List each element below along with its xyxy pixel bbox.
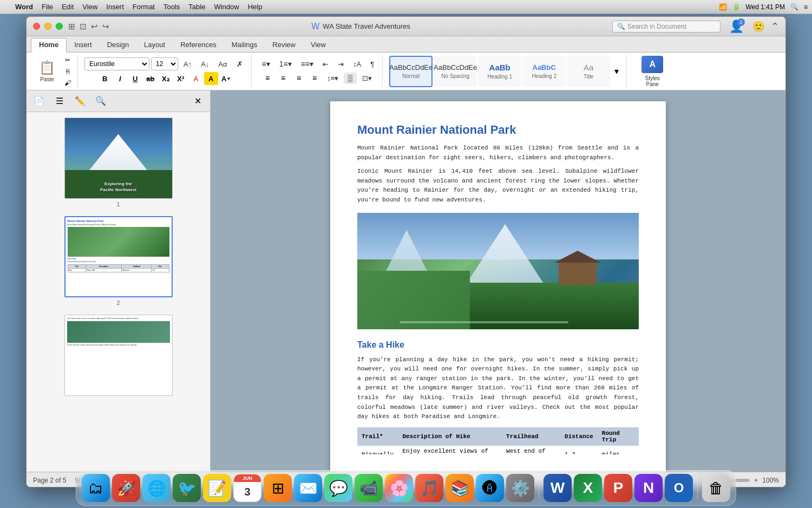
maximize-button[interactable] bbox=[56, 23, 63, 30]
font-color-button[interactable]: A▼ bbox=[219, 72, 233, 85]
borders-button[interactable]: ⊡▾ bbox=[358, 73, 376, 84]
view-menu[interactable]: View bbox=[82, 3, 97, 11]
document-area[interactable]: Mount Rainier National Park Mount Rainie… bbox=[211, 90, 785, 472]
tab-design[interactable]: Design bbox=[100, 38, 136, 52]
increase-indent-button[interactable]: ⇥ bbox=[334, 58, 348, 70]
app-name-menu[interactable]: Word bbox=[15, 3, 33, 11]
dock-powerpoint[interactable]: P bbox=[604, 474, 632, 502]
superscript-button[interactable]: X² bbox=[174, 72, 188, 85]
insert-menu[interactable]: Insert bbox=[106, 3, 124, 11]
strikethrough-button[interactable]: ab bbox=[143, 72, 158, 85]
font-size-selector[interactable]: 12 bbox=[151, 57, 178, 70]
sidebar-new-doc-button[interactable]: 📄 bbox=[31, 94, 47, 109]
sidebar-edit-button[interactable]: ✏️ bbox=[72, 94, 88, 109]
style-heading1-button[interactable]: AaBb Heading 1 bbox=[478, 56, 521, 87]
align-left-button[interactable]: ≡ bbox=[260, 71, 274, 84]
dock-appstore[interactable]: 🅐 bbox=[476, 474, 504, 502]
bullets-button[interactable]: ≡▾ bbox=[258, 58, 274, 70]
tab-mailings[interactable]: Mailings bbox=[224, 38, 265, 52]
cut-button[interactable]: ✂ bbox=[61, 55, 74, 65]
tools-menu[interactable]: Tools bbox=[163, 3, 180, 11]
search-in-document-box[interactable]: 🔍 Search in Document bbox=[612, 21, 721, 32]
dock-onenote[interactable]: N bbox=[634, 474, 663, 502]
dock-photos[interactable]: 🌸 bbox=[385, 474, 413, 502]
redo-icon[interactable]: ↪ bbox=[102, 22, 109, 31]
undo-icon[interactable]: ↩ bbox=[91, 22, 98, 31]
font-family-selector[interactable]: Eurostile bbox=[84, 57, 149, 70]
line-spacing-button[interactable]: ↕≡▾ bbox=[323, 73, 342, 84]
styles-pane-button[interactable]: A StylesPane bbox=[633, 55, 671, 88]
decrease-font-button[interactable]: A↓ bbox=[197, 58, 213, 70]
sidebar-toggle-icon[interactable]: ⊞ bbox=[68, 22, 75, 31]
format-menu[interactable]: Format bbox=[133, 3, 155, 11]
user-profile[interactable]: 👤 2 bbox=[729, 19, 744, 34]
bold-button[interactable]: B bbox=[98, 72, 112, 85]
style-heading2-button[interactable]: AaBbC Heading 2 bbox=[522, 56, 566, 87]
multilevel-list-button[interactable]: ≡≡▾ bbox=[297, 58, 317, 70]
underline-button[interactable]: U bbox=[128, 72, 142, 85]
search-icon[interactable]: 🔍 bbox=[790, 3, 798, 11]
dock-music[interactable]: 🎵 bbox=[415, 474, 443, 502]
shading-button[interactable]: ▒ bbox=[344, 73, 356, 84]
decrease-indent-button[interactable]: ⇤ bbox=[319, 58, 332, 70]
show-hide-button[interactable]: ¶ bbox=[366, 58, 378, 70]
more-styles-button[interactable]: ▾ bbox=[611, 56, 622, 87]
increase-font-button[interactable]: A↑ bbox=[180, 58, 195, 70]
align-center-button[interactable]: ≡ bbox=[276, 71, 290, 84]
tab-layout[interactable]: Layout bbox=[136, 38, 173, 52]
sidebar-close-button[interactable]: ✕ bbox=[189, 94, 206, 109]
dock-finder[interactable]: 🗂 bbox=[82, 474, 110, 502]
text-color-button[interactable]: A bbox=[189, 72, 203, 85]
justify-button[interactable]: ≡ bbox=[307, 71, 322, 84]
dock-word[interactable]: W bbox=[543, 474, 572, 502]
sidebar-search-button[interactable]: 🔍 bbox=[93, 94, 109, 109]
layout-icon[interactable]: ⊡ bbox=[80, 22, 87, 31]
dock-facetime[interactable]: 📹 bbox=[355, 474, 383, 502]
style-no-spacing-button[interactable]: AaBbCcDdEe No Spacing bbox=[434, 56, 477, 87]
tab-review[interactable]: Review bbox=[265, 38, 303, 52]
dock-excel[interactable]: X bbox=[574, 474, 602, 502]
page-thumb-1[interactable]: Exploring thePacific Northwest bbox=[64, 118, 173, 199]
close-button[interactable] bbox=[33, 23, 40, 30]
numbering-button[interactable]: 1≡▾ bbox=[276, 58, 296, 70]
zoom-in-icon[interactable]: + bbox=[754, 477, 758, 484]
file-menu[interactable]: File bbox=[42, 3, 53, 11]
dock-notes[interactable]: 📝 bbox=[203, 474, 231, 502]
tab-home[interactable]: Home bbox=[31, 38, 67, 53]
table-menu[interactable]: Table bbox=[188, 3, 205, 11]
subscript-button[interactable]: X₂ bbox=[159, 72, 173, 85]
dock-safari[interactable]: 🌐 bbox=[142, 474, 171, 502]
highlight-button[interactable]: A bbox=[204, 72, 218, 85]
paste-button[interactable]: 📋 Paste bbox=[34, 55, 60, 88]
help-menu[interactable]: Help bbox=[248, 3, 263, 11]
align-right-button[interactable]: ≡ bbox=[292, 71, 306, 84]
page-thumb-2[interactable]: Mount Rainier National Park Mount Rainie… bbox=[64, 216, 173, 297]
style-normal-button[interactable]: AaBbCcDdEe Normal bbox=[389, 56, 433, 87]
format-painter-button[interactable]: 🖌 bbox=[61, 77, 74, 88]
copy-button[interactable]: ⎘ bbox=[61, 66, 74, 76]
sort-button[interactable]: ↕A bbox=[349, 58, 365, 70]
tab-references[interactable]: References bbox=[173, 38, 224, 52]
dock-system-prefs[interactable]: ⚙️ bbox=[506, 474, 534, 502]
control-icon[interactable]: ≡ bbox=[804, 3, 808, 11]
dock-launchpad[interactable]: 🚀 bbox=[112, 474, 140, 502]
italic-button[interactable]: I bbox=[113, 72, 127, 85]
page-thumb-3[interactable]: Lorem ipsum dolor sit amet, consectetur … bbox=[64, 315, 173, 396]
dock-outlook[interactable]: O bbox=[665, 474, 693, 502]
window-menu[interactable]: Window bbox=[214, 3, 239, 11]
dock-mail[interactable]: ✉️ bbox=[294, 474, 322, 502]
edit-menu[interactable]: Edit bbox=[62, 3, 74, 11]
minimize-button[interactable] bbox=[44, 23, 51, 30]
dock-trash[interactable]: 🗑 bbox=[702, 474, 730, 502]
clear-format-button[interactable]: ✗ bbox=[233, 58, 247, 70]
dock-calendar[interactable]: JUN 3 bbox=[233, 474, 261, 502]
dock-twitter[interactable]: 🐦 bbox=[173, 474, 201, 502]
tab-view[interactable]: View bbox=[303, 38, 333, 52]
style-title-button[interactable]: Aa Title bbox=[567, 56, 610, 87]
tab-insert[interactable]: Insert bbox=[67, 38, 100, 52]
sidebar-list-button[interactable]: ☰ bbox=[51, 94, 68, 109]
emoji-button[interactable]: 🙂 bbox=[752, 21, 764, 32]
dock-books[interactable]: 📚 bbox=[446, 474, 474, 502]
change-case-button[interactable]: Aα bbox=[214, 58, 231, 70]
dock-messages[interactable]: 💬 bbox=[324, 474, 352, 502]
